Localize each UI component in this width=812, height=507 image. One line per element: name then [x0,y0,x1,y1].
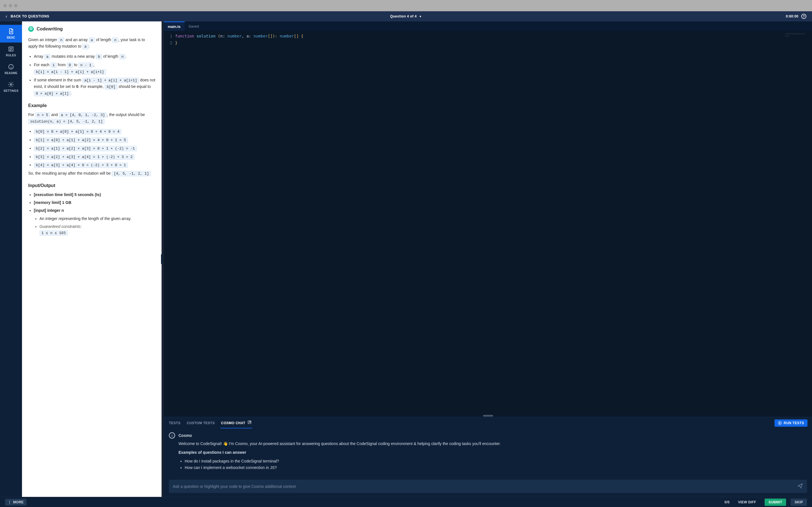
bottom-tabs: TESTS CUSTOM TESTS COSMO CHAT RUN TESTS [164,417,812,429]
sidebar-item-readme[interactable]: README [0,60,22,78]
code-content: function solution (n: number, a: number[… [175,33,303,414]
code-panel: main.ts Saved 1 2 function solution (n: … [164,21,812,497]
list-item: b[4] = a[3] + a[4] + 0 = (-2) + 3 + 0 = … [34,162,155,168]
list-item: If some element in the sum a[i - 1] + a[… [34,77,155,97]
list-item: An integer representing the length of th… [40,216,155,222]
cosmo-input-wrap: Ask a question or highlight your code to… [164,480,812,497]
window-minimize-icon[interactable] [9,4,12,7]
back-label: BACK TO QUESTIONS [11,14,49,18]
topbar: ‹ BACK TO QUESTIONS Question 4 of 4 ▼ 0:… [0,11,812,21]
list-icon [8,46,14,52]
example-steps: b[0] = 0 + a[0] + a[1] = 0 + 4 + 0 = 4 b… [28,128,155,168]
cosmo-example-item: How can I implement a websocket connecti… [185,465,807,471]
list-item: Guaranteed constraints:1 ≤ n ≤ 103 [40,223,155,236]
codewriting-badge-icon: ⦿ [28,26,34,32]
send-icon[interactable] [797,483,803,490]
panel-resizer[interactable] [161,21,164,497]
cosmo-example-item: How do I install packages in the CodeSig… [185,458,807,464]
help-icon[interactable]: ? [801,14,806,19]
sidebar-item-label: RULES [6,54,16,57]
list-item: b[3] = a[2] + a[3] + a[4] = 1 + (-2) + 3… [34,154,155,160]
cosmo-avatar-icon: ☺ [169,432,175,439]
description-panel: ⦿ Codewriting Given an integer n and an … [22,21,161,497]
list-item: b[2] = a[1] + a[2] + a[3] = 0 + 1 + (-2)… [34,145,155,152]
svg-point-2 [10,83,12,86]
list-item: [memory limit] 1 GB [34,200,155,206]
description-title: Codewriting [37,25,63,33]
question-counter: Question 4 of 4 [390,14,417,18]
sidebar-item-label: DESC [7,36,15,39]
cosmo-examples-heading: Examples of questions I can answer [179,450,246,455]
more-button[interactable]: ⋮ MORE [5,499,27,506]
window-chrome [0,0,812,11]
info-icon [8,64,14,70]
view-diff-button[interactable]: VIEW DIFF [734,499,760,506]
list-item: b[0] = 0 + a[0] + a[1] = 0 + 4 + 0 = 4 [34,128,155,135]
example-heading: Example [28,102,155,109]
mutation-list: Array a mutates into a new array b of le… [28,53,155,97]
intro-text: Given an integer n and an array a of len… [28,37,155,50]
cosmo-name: Cosmo [179,433,192,438]
result-sentence: So, the resulting array after the mutati… [28,170,155,177]
skip-button[interactable]: SKIP [791,499,807,506]
sidebar-item-label: SETTINGS [3,89,18,93]
sidebar-item-label: README [4,71,17,75]
cosmo-welcome: Welcome to CodeSignal! 👋 I'm Cosmo, your… [179,441,807,447]
code-editor[interactable]: 1 2 function solution (n: number, a: num… [164,31,812,415]
timer: 0:60:00 [786,14,799,18]
line-gutter: 1 2 [164,33,175,414]
editor-save-status: Saved [185,21,203,31]
main-area: DESC RULES README SETTINGS ⦿ Codewriting… [0,21,812,497]
more-dots-icon: ⋮ [8,500,11,504]
vertical-resizer[interactable] [164,415,812,417]
back-to-questions-button[interactable]: ‹ BACK TO QUESTIONS [6,14,49,19]
io-heading: Input/Output [28,182,155,189]
list-item: For each i from 0 to n - 1, b[i] = a[i -… [34,62,155,75]
minimap[interactable] [784,33,812,41]
sidebar-item-rules[interactable]: RULES [0,43,22,60]
sidebar: DESC RULES README SETTINGS [0,21,22,497]
tab-cosmo-chat[interactable]: COSMO CHAT [220,417,252,429]
chevron-down-icon: ▼ [419,15,422,18]
chevron-left-icon: ‹ [6,14,7,19]
list-item: [input] integer n An integer representin… [34,207,155,236]
list-item: [execution time limit] 5 seconds (ts) [34,191,155,198]
cosmo-input[interactable]: Ask a question or highlight your code to… [169,480,807,493]
example-intro: For n = 5 and a = [4, 0, 1, -2, 3], the … [28,112,155,125]
question-selector-button[interactable]: Question 4 of 4 ▼ [390,14,422,18]
play-icon [778,421,782,425]
editor-tabs: main.ts Saved [164,21,812,31]
io-list: [execution time limit] 5 seconds (ts) [m… [28,191,155,237]
gear-icon [8,81,14,88]
tab-tests[interactable]: TESTS [168,418,181,428]
window-close-icon[interactable] [3,4,7,7]
sidebar-item-settings[interactable]: SETTINGS [0,78,22,96]
sidebar-item-desc[interactable]: DESC [0,25,22,43]
popout-icon[interactable] [248,421,252,425]
list-item: Array a mutates into a new array b of le… [34,53,155,60]
tab-custom-tests[interactable]: CUSTOM TESTS [186,418,215,428]
submit-button[interactable]: SUBMIT [765,499,786,506]
cosmo-panel: ☺ Cosmo Welcome to CodeSignal! 👋 I'm Cos… [164,429,812,476]
cosmo-placeholder: Ask a question or highlight your code to… [173,484,296,489]
list-item: b[1] = a[0] + a[1] + a[2] = 4 + 0 + 1 = … [34,136,155,144]
tab-main-ts[interactable]: main.ts [164,21,185,31]
window-maximize-icon[interactable] [14,4,17,7]
bottombar: ⋮ MORE 0/5 VIEW DIFF SUBMIT SKIP [0,497,812,507]
document-icon [8,28,14,34]
run-tests-button[interactable]: RUN TESTS [774,419,808,427]
score-label: 0/5 [725,500,730,504]
